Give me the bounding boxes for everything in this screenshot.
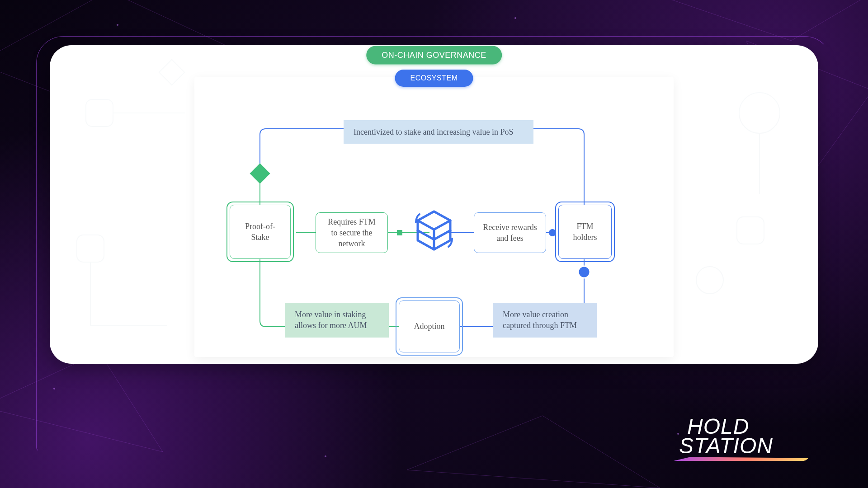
svg-point-8 — [739, 93, 780, 133]
svg-rect-7 — [77, 235, 104, 262]
svg-point-15 — [578, 266, 590, 278]
node-requires-ftm: Requires FTM to secure the network — [316, 212, 388, 253]
node-proof-of-stake: Proof-of-Stake — [230, 205, 291, 259]
tag-top: Incentivized to stake and increasing val… — [344, 120, 533, 144]
svg-rect-10 — [159, 60, 185, 85]
tag-bottom-right: More value creation captured through FTM — [493, 303, 597, 338]
holdstation-logo: HOLD STATION — [687, 417, 818, 461]
svg-point-4 — [325, 455, 326, 457]
tag-bottom-left: More value in staking allows for more AU… — [285, 303, 389, 338]
svg-point-11 — [696, 267, 723, 294]
svg-rect-9 — [737, 217, 764, 244]
svg-rect-6 — [86, 99, 113, 127]
fantom-cube-icon — [411, 203, 457, 258]
svg-point-0 — [117, 24, 118, 26]
svg-point-1 — [514, 17, 516, 19]
diagram-stage: Incentivized to stake and increasing val… — [194, 77, 674, 357]
diagram-panel: ECOSYSTEM — [194, 77, 674, 357]
governance-label: ON-CHAIN GOVERNANCE — [382, 51, 486, 60]
logo-line2: STATION — [679, 436, 818, 455]
svg-rect-13 — [397, 230, 402, 235]
node-receive-rewards: Receive rewards and fees — [474, 212, 546, 253]
content-card: ON-CHAIN GOVERNANCE ECOSYSTEM — [50, 45, 818, 364]
logo-line1: HOLD — [687, 417, 818, 436]
node-adoption: Adoption — [399, 300, 460, 352]
node-ftm-holders: FTM holders — [558, 205, 612, 259]
svg-rect-12 — [250, 163, 270, 183]
governance-pill: ON-CHAIN GOVERNANCE — [366, 46, 502, 65]
svg-point-14 — [549, 229, 556, 236]
